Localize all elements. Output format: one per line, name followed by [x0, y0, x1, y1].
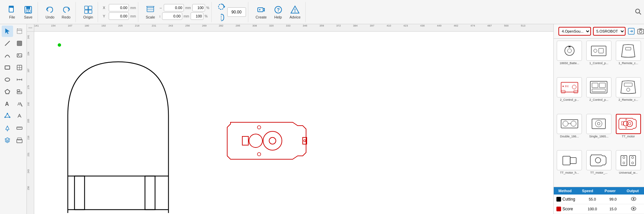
ruler-tool[interactable]: [14, 122, 25, 134]
shape-item-2control1[interactable]: ◈ 开灯 2_Control_p...: [556, 77, 583, 112]
shape-item-universal[interactable]: Universal_w...: [614, 150, 642, 185]
output-header: Output: [622, 187, 644, 195]
fill2-tool[interactable]: [2, 122, 13, 134]
save-button[interactable]: Save: [21, 4, 36, 20]
canvas-area[interactable]: mm 141 154 167 180 192 205 218 231 243 2…: [27, 24, 553, 214]
width-input[interactable]: [164, 4, 184, 11]
create-button[interactable]: Create: [253, 4, 269, 20]
curve-tool[interactable]: [2, 50, 13, 61]
undo-button[interactable]: Undo: [43, 4, 57, 20]
motor-shape[interactable]: [226, 119, 319, 163]
redo-button[interactable]: Redo: [59, 4, 73, 20]
arch-shape[interactable]: [54, 48, 182, 213]
svg-point-70: [249, 134, 262, 147]
score-output[interactable]: [623, 204, 644, 214]
shape-item-1remote[interactable]: 1_Remote_c...: [614, 41, 642, 75]
fill-tool[interactable]: [14, 38, 25, 49]
canvas-content[interactable]: [34, 32, 553, 214]
shape-preview-ttmotor2[interactable]: [586, 150, 611, 170]
shape-library-grid: 18650_Batte... 1_Control_p...: [554, 39, 644, 187]
shape-item-2remote[interactable]: 2_Remote_c...: [614, 77, 642, 112]
shape-item-ttmotorh[interactable]: TT_motor_h...: [556, 150, 583, 185]
rotation-icon: [216, 2, 226, 11]
right-panel-top: 4.OpenSou... 5.OSROBOT: [554, 24, 644, 39]
path-tool[interactable]: A: [14, 98, 25, 110]
x-input[interactable]: [109, 4, 129, 11]
svg-point-119: [626, 127, 627, 128]
rotation-input[interactable]: [227, 7, 246, 17]
width-pct-input[interactable]: [192, 4, 205, 11]
xy-inputs: X mm Y mm: [103, 4, 136, 20]
svg-rect-100: [574, 90, 578, 93]
svg-rect-34: [17, 54, 22, 57]
file-button[interactable]: File: [5, 4, 19, 20]
svg-rect-91: [568, 46, 571, 47]
score-power: 15.0: [603, 205, 624, 213]
shape-item-ttmotor[interactable]: TT_motor: [614, 114, 642, 148]
svg-text:A: A: [17, 101, 20, 106]
properties-panel: Method Speed Power Output Cutting 55.0 9…: [554, 187, 644, 214]
shape-item-double186[interactable]: Double_186...: [556, 114, 583, 148]
shape-preview-double186[interactable]: [557, 114, 582, 134]
file-group: File Save: [3, 2, 38, 22]
camera-icon[interactable]: [637, 28, 644, 35]
select-tool[interactable]: [2, 26, 13, 37]
shape-preview-ttmotor[interactable]: [616, 114, 641, 134]
svg-point-54: [9, 117, 10, 118]
cutting-name-cell: Cutting: [554, 195, 582, 203]
shape-preview-universal[interactable]: [616, 150, 641, 170]
scale-button[interactable]: Scale: [143, 4, 158, 20]
search-button[interactable]: [635, 8, 641, 16]
shape-preview-ttmotorh[interactable]: [557, 150, 582, 170]
x-label: X: [103, 6, 107, 10]
grid-tool[interactable]: [14, 62, 25, 73]
line-tool[interactable]: [2, 38, 13, 49]
shape-preview-single1865[interactable]: [586, 114, 611, 134]
shape-item-18650[interactable]: 18650_Batte...: [556, 41, 583, 75]
cutting-output[interactable]: [623, 195, 644, 204]
rect-tool[interactable]: [2, 62, 13, 73]
origin-button[interactable]: Origin: [81, 4, 96, 20]
polygon-tool[interactable]: [2, 86, 13, 97]
height-pct-input[interactable]: [191, 12, 203, 20]
advice-button[interactable]: Advice: [287, 4, 303, 20]
ellipse-tool[interactable]: [2, 74, 13, 85]
svg-marker-18: [224, 5, 225, 8]
height-input[interactable]: [162, 12, 182, 20]
crop-tool[interactable]: [14, 26, 25, 37]
shape-item-1control[interactable]: 1_Control_p...: [585, 41, 613, 75]
shape-item-single1865[interactable]: Single_1865...: [585, 114, 613, 148]
svg-point-77: [304, 140, 306, 142]
text-tool[interactable]: A: [2, 98, 13, 110]
svg-point-106: [627, 88, 630, 91]
shape-item-ttmotor2[interactable]: TT_motor_...: [585, 150, 613, 185]
library1-dropdown[interactable]: 4.OpenSou...: [558, 27, 591, 36]
node-tool[interactable]: [2, 110, 13, 122]
svg-point-89: [565, 46, 574, 55]
create-help-group: Create ? Help Advice: [251, 2, 306, 22]
image-tool[interactable]: [14, 50, 25, 61]
svg-rect-121: [570, 158, 576, 164]
shape-preview-2remote[interactable]: [616, 77, 641, 97]
library2-dropdown[interactable]: 5.OSROBOT: [593, 27, 626, 36]
svg-point-130: [633, 198, 635, 200]
import-icon[interactable]: [628, 28, 635, 35]
y-input[interactable]: [109, 12, 129, 20]
shape-item-2control2[interactable]: 2_Control_p...: [585, 77, 613, 112]
svg-point-35: [18, 54, 19, 55]
shape-preview-18650[interactable]: [557, 41, 582, 61]
layers-tool[interactable]: [2, 134, 13, 146]
shape-preview-2control1[interactable]: ◈ 开灯: [557, 77, 582, 97]
pen-tool[interactable]: [14, 110, 25, 122]
shape-preview-1control[interactable]: [586, 41, 611, 61]
shape-preview-1remote[interactable]: [616, 41, 641, 61]
measure-tool[interactable]: [14, 74, 25, 85]
align-tool[interactable]: [14, 86, 25, 97]
help-button[interactable]: ? Help: [271, 4, 286, 20]
shape-preview-2control2[interactable]: [586, 77, 611, 97]
svg-marker-45: [5, 89, 10, 94]
w-pct-label: %: [206, 6, 209, 10]
svg-rect-8: [89, 6, 92, 9]
svg-rect-4: [26, 10, 30, 12]
palette-tool[interactable]: [14, 134, 25, 146]
